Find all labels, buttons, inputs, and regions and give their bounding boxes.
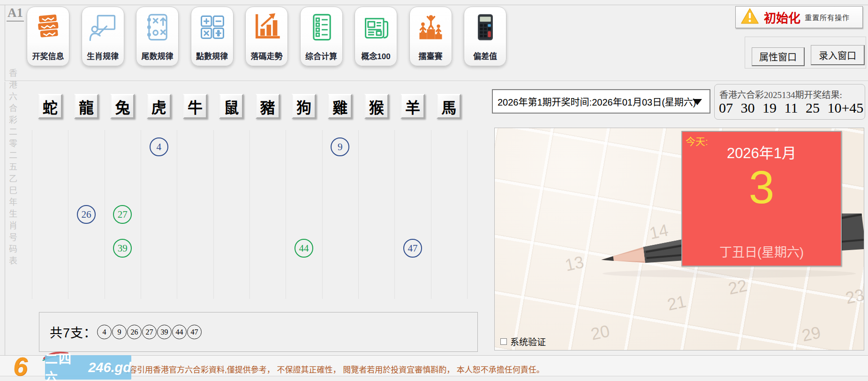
toolbar-button-bar-chart[interactable]: 落碼走勢 bbox=[245, 7, 288, 66]
toolbar-button-label: 擂臺賽 bbox=[419, 50, 443, 61]
zodiac-button-8[interactable]: 狗 bbox=[292, 94, 316, 119]
watermark-plate: 二四六 246.gd bbox=[45, 355, 131, 380]
grid-number-9: 9 bbox=[331, 137, 349, 156]
summary-number-44: 44 bbox=[172, 325, 187, 339]
toolbar-button-label: 落碼走勢 bbox=[251, 50, 283, 61]
side-vertical-title: 香港六合彩二零二五乙巳年生肖号码表 bbox=[6, 69, 18, 268]
calendar-faint-number: 29 bbox=[800, 322, 823, 345]
summary-number-27: 27 bbox=[142, 325, 157, 339]
toolbar-button-strategy[interactable]: 尾数规律 bbox=[136, 7, 179, 66]
summary-number-26: 26 bbox=[127, 325, 142, 339]
window-left-border bbox=[5, 5, 5, 355]
zodiac-button-6[interactable]: 鼠 bbox=[219, 94, 243, 119]
summary-prefix: 共7支： bbox=[50, 323, 97, 341]
summary-numbers: 492627394447 bbox=[97, 325, 202, 339]
calendar-faint-number: 28 bbox=[755, 346, 778, 351]
reset-all-label: 重置所有操作 bbox=[805, 12, 850, 22]
last-result-box: 香港六合彩2025134期开奖结果: 07 30 19 11 25 10+45 bbox=[714, 84, 865, 120]
toolbar-button-books[interactable]: 开奖信息 bbox=[27, 7, 69, 66]
initialize-button[interactable]: 初始化 重置所有操作 bbox=[735, 6, 863, 28]
zodiac-button-10[interactable]: 猴 bbox=[364, 94, 389, 119]
watermark-domain: 246.gd bbox=[88, 360, 131, 375]
system-verify-checkbox[interactable] bbox=[500, 338, 507, 345]
summary-number-9: 9 bbox=[112, 325, 127, 339]
toolbar-button-label: 综合计算 bbox=[305, 50, 337, 61]
toolbar-button-label: 生肖规律 bbox=[87, 50, 119, 61]
app-badge: A1 bbox=[7, 6, 24, 22]
grid-column-line bbox=[213, 130, 214, 299]
grid-number-4: 4 bbox=[150, 137, 168, 156]
grid-number-47: 47 bbox=[403, 239, 422, 258]
grid-column-line bbox=[141, 130, 141, 299]
last-result-numbers: 07 30 19 11 25 10+45 bbox=[719, 100, 863, 116]
toolbar-button-checklist[interactable]: 综合计算 bbox=[300, 7, 343, 66]
zodiac-button-1[interactable]: 蛇 bbox=[38, 94, 62, 119]
toolbar-button-podium[interactable]: 擂臺賽 bbox=[409, 7, 452, 66]
grid-column-line bbox=[32, 130, 32, 299]
grid-column-line bbox=[249, 130, 250, 299]
app-window: A1 开奖信息生肖规律尾数规律點數規律落碼走勢综合计算概念100擂臺賽偏差值 初… bbox=[0, 0, 868, 381]
grid-column-line bbox=[105, 130, 105, 299]
toolbar-button-label: 偏差值 bbox=[473, 50, 497, 61]
toolbar-button-newspaper[interactable]: 概念100 bbox=[355, 7, 397, 66]
grid-column-line bbox=[68, 130, 68, 299]
calendar-faint-number: 13 bbox=[563, 252, 586, 275]
zodiac-button-5[interactable]: 牛 bbox=[183, 94, 207, 119]
zodiac-button-11[interactable]: 羊 bbox=[400, 94, 425, 119]
grid-column-line bbox=[286, 130, 286, 299]
toolbar-divider bbox=[5, 81, 868, 81]
grid-column-line bbox=[467, 130, 468, 299]
calendar-month: 2026年1月 bbox=[682, 141, 841, 162]
calendar-day-info: 丁丑日(星期六) bbox=[682, 242, 841, 260]
today-calendar-card: 今天: 2026年1月 3 丁丑日(星期六) bbox=[681, 131, 842, 267]
properties-window-button[interactable]: 属性窗口 bbox=[752, 47, 805, 66]
toolbar-button-label: 开奖信息 bbox=[32, 50, 64, 61]
grid-column-line bbox=[358, 130, 359, 299]
calendar-day: 3 bbox=[682, 161, 841, 214]
draw-period-value: 2026年第1期开奖时间:2026年01月03日(星期六) bbox=[493, 95, 696, 108]
toolbar-button-label: 點數規律 bbox=[196, 50, 228, 61]
grid-number-39: 39 bbox=[113, 239, 132, 258]
watermark-site-name: 二四六 bbox=[45, 349, 85, 381]
toolbar-button-math-ops[interactable]: 點數規律 bbox=[191, 7, 234, 66]
grid-number-44: 44 bbox=[294, 239, 313, 258]
grid-column-line bbox=[394, 130, 395, 299]
grid-number-26: 26 bbox=[77, 205, 96, 224]
zodiac-button-4[interactable]: 虎 bbox=[147, 94, 171, 119]
chevron-down-icon bbox=[693, 99, 702, 105]
summary-box: 共7支： 492627394447 bbox=[39, 312, 478, 352]
initialize-label: 初始化 bbox=[764, 8, 800, 26]
grid-number-27: 27 bbox=[113, 205, 132, 224]
entry-window-button[interactable]: 录入窗口 bbox=[811, 45, 865, 65]
zodiac-button-3[interactable]: 兔 bbox=[110, 94, 135, 119]
grid-column-line bbox=[177, 130, 177, 299]
grid-column-line bbox=[431, 130, 431, 299]
calendar-faint-number: 21 bbox=[665, 291, 688, 314]
calendar-panel: 1314212022282923 今天: 2026年1月 3 丁丑日(星期六) bbox=[494, 128, 864, 351]
disclaimer-text: ※ 以上内容引用香港官方六合彩資料,僅提供參考， 不保證其正確性， 閱覽者若用於… bbox=[96, 363, 544, 375]
zodiac-button-7[interactable]: 豬 bbox=[256, 94, 280, 119]
window-buttons-group: 属性窗口 录入窗口 bbox=[745, 37, 866, 69]
last-result-title: 香港六合彩2025134期开奖结果: bbox=[719, 88, 842, 100]
system-verify-label: 系统验证 bbox=[510, 335, 546, 348]
watermark-six-logo: 6 bbox=[13, 351, 28, 381]
calendar-faint-number: 23 bbox=[844, 285, 864, 308]
draw-period-dropdown[interactable]: 2026年第1期开奖时间:2026年01月03日(星期六) bbox=[492, 89, 710, 114]
toolbar-button-label: 概念100 bbox=[361, 50, 390, 61]
summary-number-39: 39 bbox=[157, 325, 172, 339]
toolbar-button-label: 尾数规律 bbox=[142, 50, 174, 61]
warning-icon bbox=[740, 8, 759, 27]
window-top-border bbox=[0, 5, 868, 5]
summary-number-4: 4 bbox=[97, 325, 112, 339]
calendar-faint-number: 20 bbox=[589, 321, 611, 344]
toolbar-button-calculator[interactable]: 偏差值 bbox=[464, 7, 506, 66]
site-watermark: 6 二四六 246.gd bbox=[13, 351, 135, 381]
zodiac-button-12[interactable]: 馬 bbox=[437, 94, 461, 119]
grid-column-line bbox=[322, 130, 323, 299]
zodiac-button-2[interactable]: 龍 bbox=[74, 94, 98, 119]
summary-number-47: 47 bbox=[187, 325, 202, 339]
zodiac-button-9[interactable]: 雞 bbox=[328, 94, 352, 119]
system-verify-row: 系统验证 bbox=[500, 335, 546, 348]
toolbar-button-teach-board[interactable]: 生肖规律 bbox=[82, 7, 124, 66]
